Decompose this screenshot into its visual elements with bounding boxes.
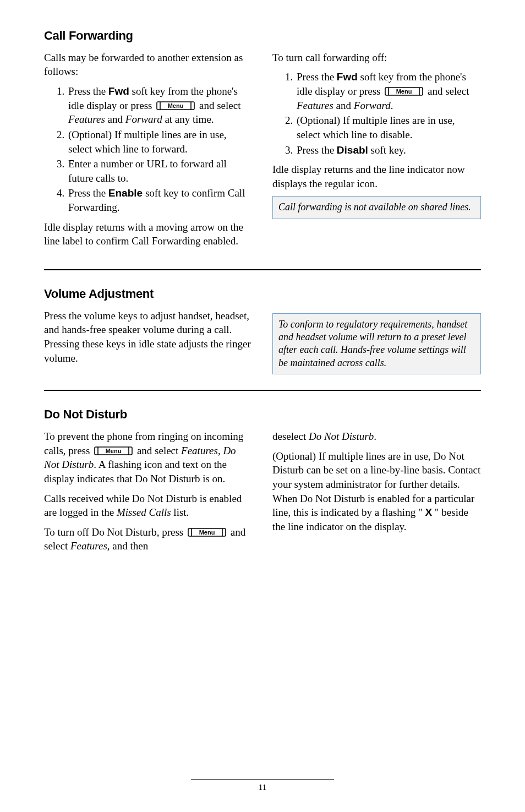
text: and then (110, 540, 149, 552)
two-column-layout: Calls may be forwarded to another exten­… (44, 51, 481, 254)
section-divider (44, 269, 481, 270)
svg-text:Menu: Menu (396, 88, 412, 95)
cf-step-3: Enter a number or URL to forward all fut… (67, 157, 253, 185)
page-number: 11 (44, 782, 481, 793)
text: Press the (68, 85, 108, 97)
volume-body: Press the volume keys to adjust handset,… (44, 309, 253, 366)
dnd-p2: Calls received while Do Not Disturb is e… (44, 492, 253, 520)
enable-softkey-label: Enable (108, 187, 143, 199)
dnd-p1: To prevent the phone from ringing on inc… (44, 429, 253, 486)
cf-off-step-1: Press the Fwd soft key from the phone's … (296, 70, 481, 112)
right-column: To conform to regulatory requirements, h… (272, 309, 481, 375)
missed-calls-label: Missed Calls (117, 506, 171, 518)
svg-text:Menu: Menu (199, 529, 215, 536)
section-call-forwarding: Call Forwarding Calls may be forwarded t… (44, 28, 481, 254)
features-label: Features (68, 113, 105, 125)
text: at any time. (162, 113, 214, 125)
heading-dnd: Do Not Disturb (44, 406, 481, 423)
fwd-softkey-label: Fwd (108, 85, 129, 97)
heading-volume: Volume Adjustment (44, 286, 481, 302)
cf-step-4: Press the Enable soft key to confirm Cal… (67, 186, 253, 214)
text: Press the (297, 144, 337, 156)
text: and select (425, 85, 469, 97)
cf-disable-steps: Press the Fwd soft key from the phone's … (286, 70, 481, 157)
menu-button-icon: Menu (384, 86, 424, 96)
text: list. (171, 506, 189, 518)
text: Press the (68, 187, 108, 199)
menu-button-icon: Menu (187, 527, 227, 537)
features-label: Features, (70, 540, 110, 552)
section-volume: Volume Adjustment Press the volume keys … (44, 286, 481, 374)
forward-label: Forward (125, 113, 162, 125)
text: To turn off Do Not Disturb, press (44, 526, 186, 538)
menu-button-icon: Menu (94, 446, 133, 456)
left-column: Press the volume keys to adjust handset,… (44, 309, 253, 375)
text: Press the (297, 71, 337, 83)
cf-enable-steps: Press the Fwd soft key from the phone's … (57, 84, 253, 215)
cf-off-outro: Idle display returns and the line indica… (272, 162, 481, 190)
footer-rule (191, 779, 334, 780)
dnd-right-p2: (Optional) If multiple lines are in use,… (272, 449, 481, 534)
cf-note-box: Call forwarding is not available on shar… (272, 196, 481, 219)
heading-call-forwarding: Call Forwarding (44, 28, 481, 44)
cf-off-step-3: Press the Disabl soft key. (296, 143, 481, 157)
cf-intro: Calls may be forwarded to another exten­… (44, 51, 253, 79)
text: deselect (272, 430, 309, 442)
features-label: Features (297, 100, 333, 111)
forward-label: Forward (354, 100, 391, 111)
dnd-p3: To turn off Do Not Disturb, press Menu a… (44, 525, 253, 553)
page-footer: 11 (44, 779, 481, 793)
svg-text:Menu: Menu (168, 102, 184, 109)
menu-button-icon: Menu (156, 101, 195, 111)
text: and (333, 100, 354, 111)
text: . (374, 430, 376, 442)
volume-note-box: To conform to regulatory requirements, h… (272, 313, 481, 375)
left-column: To prevent the phone from ringing on inc… (44, 429, 253, 559)
flashing-x-icon: X (425, 506, 432, 518)
cf-off-intro: To turn call forwarding off: (272, 51, 481, 65)
svg-text:Menu: Menu (106, 448, 122, 454)
fwd-softkey-label: Fwd (337, 71, 358, 83)
two-column-layout: To prevent the phone from ringing on inc… (44, 429, 481, 559)
disabl-softkey-label: Disabl (337, 144, 368, 156)
section-divider (44, 390, 481, 391)
dnd-label: Do Not Disturb (309, 430, 374, 442)
right-column: To turn call forwarding off: Press the F… (272, 51, 481, 254)
text: and (105, 113, 125, 125)
cf-step-2: (Optional) If multiple lines are in use,… (67, 128, 253, 156)
text: and select (134, 445, 181, 456)
section-dnd: Do Not Disturb To prevent the phone from… (44, 406, 481, 559)
right-column: deselect Do Not Disturb. (Optional) If m… (272, 429, 481, 559)
text: . (391, 100, 393, 111)
cf-off-step-2: (Optional) If multiple lines are in use,… (296, 113, 481, 141)
cf-step-1: Press the Fwd soft key from the phone's … (67, 84, 253, 127)
two-column-layout: Press the volume keys to adjust handset,… (44, 309, 481, 375)
text: soft key. (368, 144, 406, 156)
dnd-right-p1: deselect Do Not Disturb. (272, 429, 481, 444)
text: and select (196, 100, 240, 111)
cf-outro: Idle display returns with a moving arrow… (44, 220, 253, 248)
left-column: Calls may be forwarded to another exten­… (44, 51, 253, 254)
